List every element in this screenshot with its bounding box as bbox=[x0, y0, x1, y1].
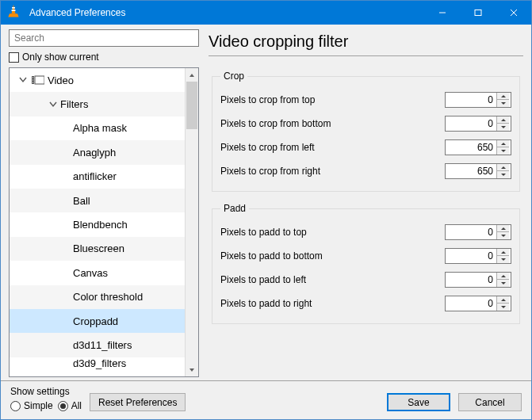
scroll-down-icon[interactable] bbox=[186, 363, 198, 376]
field-label: Pixels to padd to left bbox=[220, 274, 306, 285]
tree-item-alpha-mask[interactable]: Alpha mask bbox=[10, 116, 185, 140]
padd-left-input[interactable] bbox=[446, 273, 496, 287]
crop-right-input[interactable] bbox=[446, 164, 496, 178]
radio-simple[interactable]: Simple bbox=[10, 400, 53, 411]
search-input[interactable] bbox=[9, 29, 199, 47]
tree-item-label: Anaglyph bbox=[73, 147, 116, 158]
window-maximize-button[interactable] bbox=[460, 1, 496, 25]
tree-item-anaglyph[interactable]: Anaglyph bbox=[10, 140, 185, 164]
tree-node-label: Video bbox=[48, 74, 74, 86]
step-up-icon[interactable] bbox=[497, 225, 509, 232]
svg-rect-3 bbox=[475, 10, 481, 16]
crop-top-input[interactable] bbox=[446, 93, 496, 107]
step-up-icon[interactable] bbox=[497, 116, 509, 124]
only-show-current-label: Only show current bbox=[22, 52, 99, 63]
window-minimize-button[interactable] bbox=[424, 1, 460, 25]
tree-item-label: Alpha mask bbox=[73, 122, 127, 134]
crop-right-stepper[interactable] bbox=[445, 163, 511, 179]
field-crop-right: Pixels to crop from right bbox=[220, 159, 511, 183]
chevron-down-icon bbox=[48, 99, 59, 110]
step-down-icon[interactable] bbox=[497, 171, 509, 178]
padd-right-stepper[interactable] bbox=[445, 296, 511, 311]
padd-top-input[interactable] bbox=[446, 225, 496, 239]
step-down-icon[interactable] bbox=[497, 280, 509, 287]
field-label: Pixels to padd to bottom bbox=[220, 250, 323, 262]
tree-item-color-threshold[interactable]: Color threshold bbox=[10, 285, 185, 309]
step-up-icon[interactable] bbox=[497, 249, 509, 256]
radio-icon bbox=[58, 401, 68, 411]
field-crop-bottom: Pixels to crop from bottom bbox=[220, 112, 511, 136]
tree-item-canvas[interactable]: Canvas bbox=[10, 261, 185, 284]
step-down-icon[interactable] bbox=[497, 100, 509, 107]
step-down-icon[interactable] bbox=[497, 124, 509, 131]
field-label: Pixels to padd to right bbox=[220, 298, 312, 309]
only-show-current-checkbox[interactable]: Only show current bbox=[9, 52, 199, 63]
video-category-icon bbox=[32, 74, 44, 86]
tree-item-label: antiflicker bbox=[73, 170, 117, 182]
radio-icon bbox=[10, 401, 21, 411]
save-button[interactable]: Save bbox=[387, 393, 450, 411]
field-label: Pixels to crop from right bbox=[220, 166, 320, 177]
crop-bottom-input[interactable] bbox=[446, 116, 496, 131]
svg-rect-1 bbox=[12, 10, 16, 11]
tree-item-croppadd[interactable]: Croppadd bbox=[10, 309, 185, 333]
svg-point-8 bbox=[33, 77, 33, 78]
window-close-button[interactable] bbox=[496, 1, 531, 25]
padd-top-stepper[interactable] bbox=[445, 224, 511, 240]
svg-rect-7 bbox=[35, 76, 44, 84]
crop-left-stepper[interactable] bbox=[445, 139, 511, 155]
step-down-icon[interactable] bbox=[497, 147, 509, 155]
step-down-icon[interactable] bbox=[497, 304, 509, 311]
field-padd-bottom: Pixels to padd to bottom bbox=[220, 244, 511, 268]
step-up-icon[interactable] bbox=[497, 93, 509, 100]
tree-item-label: Croppadd bbox=[73, 315, 118, 327]
scroll-up-icon[interactable] bbox=[186, 68, 198, 82]
vlc-cone-icon bbox=[6, 3, 25, 22]
step-up-icon[interactable] bbox=[497, 273, 509, 280]
tree-item-d3d9-filters[interactable]: d3d9_filters bbox=[10, 357, 185, 370]
tree-node-video[interactable]: Video bbox=[10, 68, 185, 92]
tree-item-d3d11-filters[interactable]: d3d11_filters bbox=[10, 333, 185, 357]
scrollbar-thumb[interactable] bbox=[186, 82, 197, 129]
tree-item-label: Ball bbox=[73, 195, 90, 207]
field-padd-right: Pixels to padd to right bbox=[220, 292, 511, 315]
group-padd-legend: Padd bbox=[220, 203, 249, 214]
tree-item-antiflicker[interactable]: antiflicker bbox=[10, 165, 185, 189]
tree-node-label: Filters bbox=[60, 98, 88, 110]
radio-all[interactable]: All bbox=[58, 400, 82, 411]
crop-top-stepper[interactable] bbox=[445, 92, 511, 108]
radio-all-label: All bbox=[71, 400, 82, 411]
field-crop-left: Pixels to crop from left bbox=[220, 136, 511, 159]
crop-bottom-stepper[interactable] bbox=[445, 116, 511, 132]
show-settings-label: Show settings bbox=[10, 386, 82, 397]
padd-bottom-input[interactable] bbox=[446, 249, 496, 263]
padd-left-stepper[interactable] bbox=[445, 272, 511, 288]
checkbox-icon bbox=[9, 52, 19, 63]
group-padd: Padd Pixels to padd to top Pixels to pad… bbox=[212, 203, 520, 324]
field-padd-left: Pixels to padd to left bbox=[220, 268, 511, 292]
tree-scrollbar[interactable] bbox=[185, 68, 198, 376]
group-crop-legend: Crop bbox=[220, 71, 247, 82]
reset-preferences-button[interactable]: Reset Preferences bbox=[90, 393, 186, 411]
padd-right-input[interactable] bbox=[446, 296, 496, 311]
field-crop-top: Pixels to crop from top bbox=[220, 88, 511, 112]
field-padd-top: Pixels to padd to top bbox=[220, 220, 511, 244]
tree-node-filters[interactable]: Filters bbox=[10, 92, 185, 116]
step-up-icon[interactable] bbox=[497, 140, 509, 147]
step-up-icon[interactable] bbox=[497, 164, 509, 171]
crop-left-input[interactable] bbox=[446, 140, 496, 155]
field-label: Pixels to crop from left bbox=[220, 142, 315, 153]
tree-item-label: d3d11_filters bbox=[73, 339, 132, 351]
padd-bottom-stepper[interactable] bbox=[445, 248, 511, 264]
tree-item-blendbench[interactable]: Blendbench bbox=[10, 212, 185, 236]
step-up-icon[interactable] bbox=[497, 296, 509, 304]
step-down-icon[interactable] bbox=[497, 256, 509, 263]
cancel-button-label: Cancel bbox=[475, 397, 504, 408]
cancel-button[interactable]: Cancel bbox=[458, 393, 522, 411]
svg-point-10 bbox=[33, 82, 33, 82]
tree-item-bluescreen[interactable]: Bluescreen bbox=[10, 237, 185, 261]
step-down-icon[interactable] bbox=[497, 232, 509, 239]
tree-item-ball[interactable]: Ball bbox=[10, 189, 185, 212]
tree-item-label: Blendbench bbox=[73, 219, 128, 231]
scrollbar-track[interactable] bbox=[186, 82, 198, 363]
